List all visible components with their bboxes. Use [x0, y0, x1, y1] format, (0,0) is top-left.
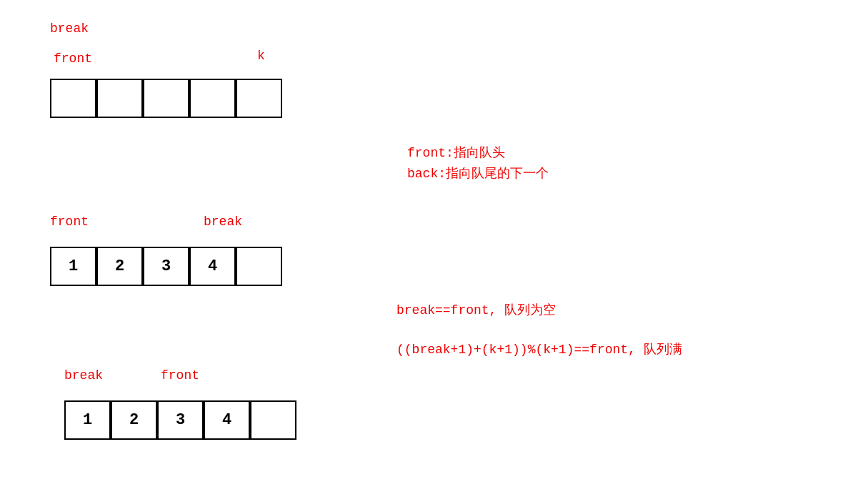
cell-2-2: 3 — [143, 247, 189, 286]
cell-3-0: 1 — [64, 400, 111, 440]
cell-3-4 — [250, 400, 296, 440]
cell-1-3 — [189, 79, 236, 118]
cell-1-1 — [96, 79, 143, 118]
info-block-1: front:指向队头 back:指向队尾的下一个 — [407, 143, 549, 184]
section2-front-label: front — [50, 215, 89, 229]
section3-array: 1 2 3 4 — [64, 400, 296, 440]
info3-line1: ((break+1)+(k+1))%(k+1)==front, 队列满 — [396, 340, 682, 360]
section3-break-label: break — [64, 368, 103, 383]
cell-2-3: 4 — [189, 247, 236, 286]
info1-line2: back:指向队尾的下一个 — [407, 164, 549, 184]
section1-front-label: front — [54, 51, 92, 66]
section1-break-label: break — [50, 21, 89, 36]
section1-array — [50, 79, 282, 118]
cell-3-1: 2 — [111, 400, 157, 440]
cell-1-0 — [50, 79, 96, 118]
cell-2-1: 2 — [96, 247, 143, 286]
cell-2-4 — [236, 247, 282, 286]
cell-1-4 — [236, 79, 282, 118]
section3-front-label: front — [161, 368, 199, 383]
info-block-2: break==front, 队列为空 — [396, 300, 556, 321]
info2-line1: break==front, 队列为空 — [396, 300, 556, 321]
info1-line1: front:指向队头 — [407, 143, 549, 164]
cell-2-0: 1 — [50, 247, 96, 286]
cell-3-3: 4 — [204, 400, 250, 440]
cell-3-2: 3 — [157, 400, 204, 440]
cell-1-2 — [143, 79, 189, 118]
section2-array: 1 2 3 4 — [50, 247, 282, 286]
section1-k-label: k — [257, 49, 265, 63]
section2-break-label: break — [204, 215, 242, 229]
info-block-3: ((break+1)+(k+1))%(k+1)==front, 队列满 — [396, 340, 682, 360]
